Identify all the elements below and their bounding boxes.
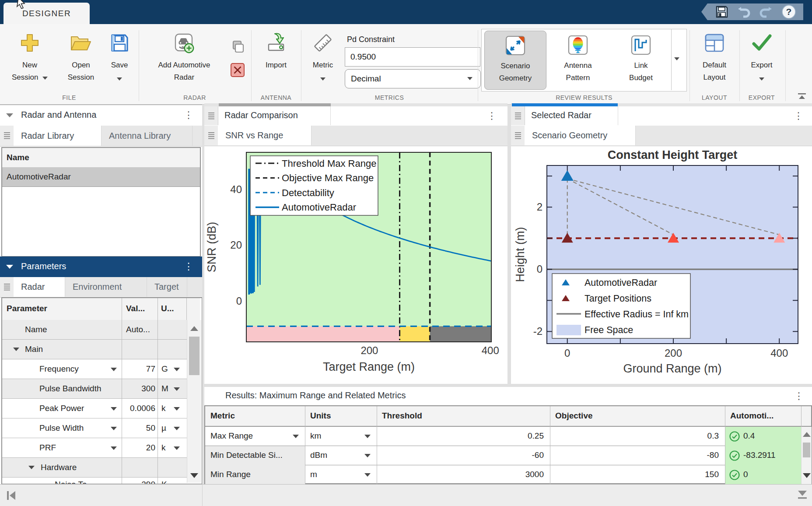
parameter-row-prf[interactable]: PRF20k bbox=[2, 438, 187, 458]
units-value[interactable]: dBm bbox=[310, 450, 327, 460]
results-row-max-range[interactable]: Max Rangekm0.250.30.4 bbox=[205, 427, 811, 446]
antenna-pattern-button[interactable]: Antenna Pattern bbox=[547, 31, 609, 89]
results-scrollbar[interactable] bbox=[801, 427, 812, 485]
splitter-middle[interactable] bbox=[508, 105, 511, 384]
radar-and-antenna-menu[interactable]: ⋮ bbox=[184, 109, 193, 121]
save-button[interactable]: Save bbox=[105, 29, 134, 94]
unit-dropdown-arrow[interactable] bbox=[174, 446, 180, 450]
units-value[interactable]: m bbox=[310, 470, 317, 479]
tab-radar-library[interactable]: Radar Library bbox=[14, 126, 102, 146]
unit-dropdown-arrow[interactable] bbox=[174, 387, 180, 391]
parameter-row-frequency[interactable]: Frequency77G bbox=[2, 359, 187, 379]
metric-name[interactable]: Min Detectable Si... bbox=[210, 450, 283, 460]
unit-dropdown-arrow[interactable] bbox=[174, 427, 180, 430]
library-row-automotiveradar[interactable]: AutomotiveRadar bbox=[2, 167, 200, 187]
qat-redo-icon[interactable] bbox=[759, 5, 773, 18]
scroll-up-arrow[interactable] bbox=[803, 432, 811, 437]
results-row-min-range[interactable]: Min Rangem30001500 bbox=[205, 465, 811, 485]
pd-format-select[interactable]: Decimal bbox=[345, 69, 481, 88]
collapse-bottom-button[interactable] bbox=[795, 488, 809, 502]
document-bar-thumb[interactable] bbox=[219, 103, 331, 106]
parameter-value[interactable]: 50 bbox=[121, 423, 155, 433]
qat-undo-icon[interactable] bbox=[737, 5, 751, 18]
open-session-button[interactable]: Open Session bbox=[61, 29, 101, 94]
parameters-menu[interactable]: ⋮ bbox=[184, 261, 193, 272]
collapse-panel-icon[interactable] bbox=[6, 265, 13, 269]
unit-dropdown-arrow[interactable] bbox=[174, 368, 180, 371]
parameter-unit[interactable]: k bbox=[161, 443, 166, 453]
scenario-geometry-button[interactable]: Scenario Geometry bbox=[484, 31, 546, 90]
snr-vs-range-chart[interactable]: 20040002040Target Range (m)SNR (dB)Thres… bbox=[204, 146, 508, 384]
results-menu[interactable]: ⋮ bbox=[794, 390, 804, 402]
tab-antenna-library[interactable]: Antenna Library bbox=[102, 126, 192, 146]
parameter-dropdown-arrow[interactable] bbox=[111, 446, 117, 450]
parameter-unit[interactable]: G bbox=[161, 364, 168, 374]
objective-value[interactable]: -80 bbox=[550, 450, 719, 460]
tab-target[interactable]: Target bbox=[147, 277, 187, 297]
parameter-row-peak-power[interactable]: Peak Power0.0006k bbox=[2, 399, 187, 418]
collapse-group-icon[interactable] bbox=[28, 466, 35, 469]
tab-environment[interactable]: Environment bbox=[65, 277, 147, 297]
parameter-value[interactable]: Auto... bbox=[126, 325, 150, 334]
results-row-min-detectable-si-[interactable]: Min Detectable Si...dBm-60-80-83.2911 bbox=[205, 446, 811, 465]
objective-value[interactable]: 150 bbox=[550, 470, 719, 479]
metric-dropdown-arrow[interactable] bbox=[293, 435, 299, 438]
add-automotive-radar-button[interactable]: Add Automotive Radar bbox=[154, 29, 214, 94]
metric-name[interactable]: Min Range bbox=[210, 470, 251, 479]
tab-drag-handle[interactable] bbox=[204, 126, 218, 145]
parameter-dropdown-arrow[interactable] bbox=[111, 427, 117, 430]
parameter-row-name[interactable]: NameAuto... bbox=[2, 320, 187, 340]
collapse-left-button[interactable] bbox=[4, 489, 18, 502]
parameter-row-main[interactable]: Main bbox=[2, 340, 187, 359]
tab-drag-handle[interactable] bbox=[511, 126, 525, 145]
default-layout-button[interactable]: Default Layout bbox=[696, 29, 732, 94]
duplicate-radar-button[interactable] bbox=[229, 39, 246, 55]
metric-name[interactable]: Max Range bbox=[210, 431, 253, 441]
unit-dropdown-arrow[interactable] bbox=[174, 407, 180, 411]
scroll-down-arrow[interactable] bbox=[803, 473, 811, 478]
scroll-up-arrow[interactable] bbox=[190, 326, 198, 331]
parameter-unit[interactable]: k bbox=[161, 404, 166, 413]
collapse-ribbon-button[interactable] bbox=[795, 91, 808, 102]
parameter-unit[interactable]: µ bbox=[161, 423, 166, 433]
parameters-scrollbar[interactable] bbox=[187, 320, 201, 483]
import-button[interactable]: Import bbox=[259, 29, 293, 94]
link-budget-button[interactable]: Link Budget bbox=[610, 31, 672, 89]
parameter-value[interactable]: 300 bbox=[121, 384, 155, 394]
panel-drag-handle[interactable] bbox=[204, 106, 218, 125]
parameter-value[interactable]: 20 bbox=[121, 443, 155, 453]
panel-drag-handle[interactable] bbox=[0, 126, 14, 146]
panel-drag-handle[interactable] bbox=[0, 277, 14, 297]
new-session-button[interactable]: New Session bbox=[12, 29, 47, 94]
scrollbar-thumb[interactable] bbox=[803, 443, 810, 457]
tab-radar[interactable]: Radar bbox=[14, 277, 65, 297]
parameter-value[interactable]: 0.0006 bbox=[121, 404, 155, 413]
collapse-panel-icon[interactable] bbox=[6, 113, 13, 117]
parameter-unit[interactable]: M bbox=[161, 384, 168, 394]
units-dropdown-arrow[interactable] bbox=[364, 435, 371, 438]
scroll-down-arrow[interactable] bbox=[190, 473, 198, 478]
parameter-row-noise-te-[interactable]: Noise Te...290K bbox=[2, 478, 187, 485]
gallery-expand-button[interactable] bbox=[671, 29, 686, 90]
parameter-dropdown-arrow[interactable] bbox=[111, 368, 117, 371]
parameter-row-pulse-bandwidth[interactable]: Pulse Bandwidth300M bbox=[2, 379, 187, 399]
parameter-row-hardware[interactable]: Hardware bbox=[2, 458, 187, 478]
tab-scenario-geometry[interactable]: Scenario Geometry bbox=[525, 126, 636, 145]
scrollbar-thumb[interactable] bbox=[189, 337, 200, 375]
pd-constraint-input[interactable]: 0.9500 bbox=[345, 47, 480, 67]
panel-drag-handle[interactable] bbox=[511, 106, 525, 125]
collapse-group-icon[interactable] bbox=[13, 348, 19, 351]
units-dropdown-arrow[interactable] bbox=[364, 454, 371, 457]
objective-value[interactable]: 0.3 bbox=[550, 431, 719, 441]
qat-help-icon[interactable]: ? bbox=[781, 4, 796, 19]
delete-radar-button[interactable] bbox=[229, 62, 246, 78]
qat-save-icon[interactable] bbox=[715, 5, 728, 18]
parameter-dropdown-arrow[interactable] bbox=[111, 407, 117, 411]
parameter-value[interactable]: 77 bbox=[121, 364, 155, 374]
threshold-value[interactable]: -60 bbox=[377, 450, 544, 460]
threshold-value[interactable]: 0.25 bbox=[377, 431, 544, 441]
units-value[interactable]: km bbox=[310, 431, 321, 441]
selected-radar-menu[interactable]: ⋮ bbox=[794, 110, 803, 122]
parameter-row-pulse-width[interactable]: Pulse Width50µ bbox=[2, 418, 187, 438]
scenario-geometry-chart[interactable]: 0200400-202Constant Height TargetGround … bbox=[511, 146, 812, 384]
